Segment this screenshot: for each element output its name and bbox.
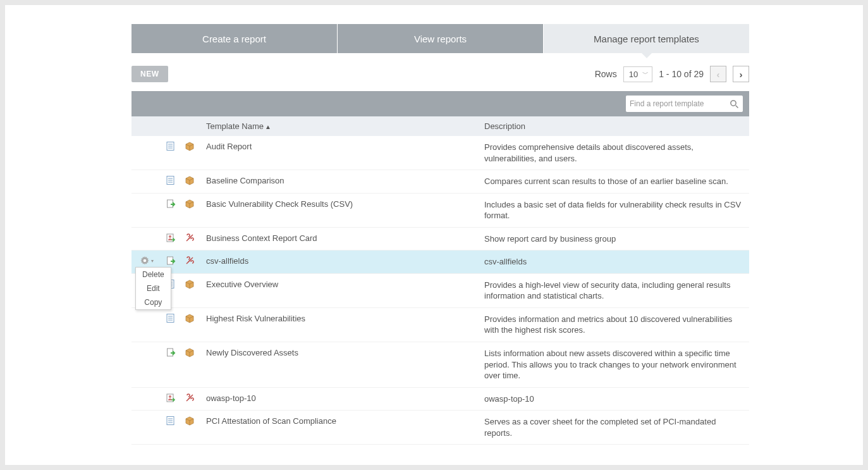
svg-line-1 bbox=[736, 105, 738, 108]
template-name[interactable]: Executive Overview bbox=[200, 273, 478, 307]
template-description: Provides information and metrics about 1… bbox=[478, 307, 749, 342]
tools-icon bbox=[185, 393, 195, 403]
pager-range: 1 - 10 of 29 bbox=[659, 69, 704, 79]
table-row[interactable]: owasp-top-10owasp-top-10 bbox=[131, 387, 749, 411]
search-bar bbox=[131, 91, 749, 116]
rows-label: Rows bbox=[595, 69, 617, 79]
export-icon bbox=[166, 199, 176, 209]
pager: Rows 10 ﹀ 1 - 10 of 29 ‹ › bbox=[595, 66, 749, 82]
template-name[interactable]: Highest Risk Vulnerabilities bbox=[200, 307, 478, 342]
chevron-down-icon: ﹀ bbox=[642, 70, 649, 78]
table-row[interactable]: Business Context Report CardShow report … bbox=[131, 227, 749, 250]
tab-manage-templates[interactable]: Manage report templates bbox=[544, 24, 749, 53]
export-icon bbox=[166, 347, 176, 357]
rows-select[interactable]: 10 ﹀ bbox=[623, 66, 652, 82]
table-row[interactable]: Basic Vulnerability Check Results (CSV)I… bbox=[131, 193, 749, 227]
sort-asc-icon: ▲ bbox=[265, 123, 271, 130]
tabs: Create a report View reports Manage repo… bbox=[131, 24, 749, 53]
menu-item-edit[interactable]: Edit bbox=[136, 281, 171, 295]
box-icon bbox=[185, 141, 195, 151]
table-row[interactable]: Highest Risk VulnerabilitiesProvides inf… bbox=[131, 307, 749, 342]
template-description: Show report card by business group bbox=[478, 227, 749, 250]
search-icon[interactable] bbox=[730, 99, 739, 109]
row-actions-button[interactable]: ▾ bbox=[140, 256, 154, 266]
box-icon bbox=[185, 347, 195, 357]
tab-create-report[interactable]: Create a report bbox=[131, 24, 338, 53]
menu-item-copy[interactable]: Copy bbox=[136, 295, 171, 309]
gear-icon bbox=[140, 256, 150, 266]
table-row[interactable]: ▾DeleteEditCopycsv-allfieldscsv-allfield… bbox=[131, 250, 749, 274]
box-icon bbox=[185, 416, 195, 426]
template-description: owasp-top-10 bbox=[478, 387, 749, 411]
box-icon bbox=[185, 279, 195, 289]
box-icon bbox=[185, 175, 195, 185]
export-icon bbox=[166, 256, 176, 266]
doc-icon bbox=[166, 141, 176, 151]
person-icon bbox=[166, 233, 176, 243]
table-row[interactable]: Baseline ComparisonCompares current scan… bbox=[131, 170, 749, 194]
template-description: csv-allfields bbox=[478, 250, 749, 274]
template-name[interactable]: csv-allfields bbox=[200, 250, 478, 274]
template-name[interactable]: Basic Vulnerability Check Results (CSV) bbox=[200, 193, 478, 227]
template-name[interactable]: Baseline Comparison bbox=[200, 170, 478, 194]
search-box bbox=[626, 96, 743, 112]
template-name[interactable]: Business Context Report Card bbox=[200, 227, 478, 250]
search-input[interactable] bbox=[630, 99, 730, 108]
svg-point-0 bbox=[731, 100, 736, 105]
templates-table: Template Name▲ Description Audit ReportP… bbox=[131, 116, 749, 445]
pager-prev-button: ‹ bbox=[710, 66, 726, 82]
doc-icon bbox=[166, 313, 176, 323]
template-name[interactable]: PCI Attestation of Scan Compliance bbox=[200, 411, 478, 445]
column-header-name[interactable]: Template Name▲ bbox=[200, 116, 478, 136]
box-icon bbox=[185, 313, 195, 323]
tab-view-reports[interactable]: View reports bbox=[338, 24, 544, 53]
template-description: Serves as a cover sheet for the complete… bbox=[478, 411, 749, 445]
table-row[interactable]: Executive OverviewProvides a high-level … bbox=[131, 273, 749, 307]
template-description: Provides a high-level view of security d… bbox=[478, 273, 749, 307]
doc-icon bbox=[166, 175, 176, 185]
pager-next-button[interactable]: › bbox=[733, 66, 749, 82]
menu-item-delete[interactable]: Delete bbox=[136, 268, 171, 281]
tools-icon bbox=[185, 233, 195, 243]
chevron-down-icon: ▾ bbox=[151, 258, 154, 264]
template-name[interactable]: Audit Report bbox=[200, 136, 478, 170]
doc-icon bbox=[166, 416, 176, 426]
person-icon bbox=[166, 393, 176, 403]
template-description: Lists information about new assets disco… bbox=[478, 342, 749, 388]
new-button[interactable]: NEW bbox=[131, 66, 168, 82]
template-description: Compares current scan results to those o… bbox=[478, 170, 749, 194]
template-description: Includes a basic set of data fields for … bbox=[478, 193, 749, 227]
row-actions-menu: DeleteEditCopy bbox=[135, 267, 171, 310]
template-name[interactable]: owasp-top-10 bbox=[200, 387, 478, 411]
toolbar: NEW Rows 10 ﹀ 1 - 10 of 29 ‹ › bbox=[131, 66, 749, 82]
table-header-row: Template Name▲ Description bbox=[131, 116, 749, 136]
rows-value: 10 bbox=[629, 70, 638, 79]
box-icon bbox=[185, 199, 195, 209]
column-header-description[interactable]: Description bbox=[478, 116, 749, 136]
table-row[interactable]: PCI Attestation of Scan ComplianceServes… bbox=[131, 411, 749, 445]
template-description: Provides comprehensive details about dis… bbox=[478, 136, 749, 170]
template-name[interactable]: Newly Discovered Assets bbox=[200, 342, 478, 388]
page-frame: Create a report View reports Manage repo… bbox=[5, 5, 863, 465]
table-row[interactable]: Newly Discovered AssetsLists information… bbox=[131, 342, 749, 388]
table-row[interactable]: Audit ReportProvides comprehensive detai… bbox=[131, 136, 749, 170]
tools-icon bbox=[185, 256, 195, 266]
